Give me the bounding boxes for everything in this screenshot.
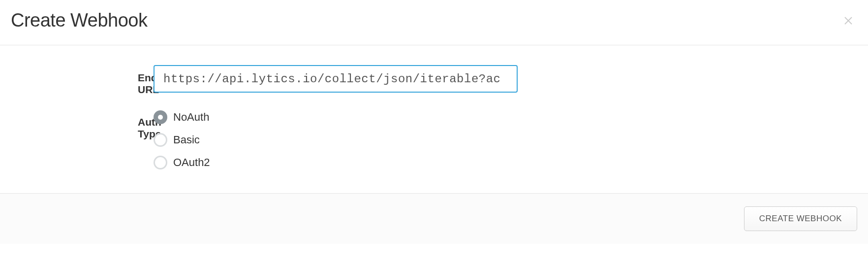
close-button[interactable] (839, 12, 857, 30)
radio-label: NoAuth (173, 111, 209, 124)
endpoint-url-row: Endpoint URL (11, 65, 857, 96)
close-icon (842, 15, 854, 27)
endpoint-url-input[interactable] (154, 65, 518, 93)
auth-type-row: Auth Type NoAuth Basic OAuth2 (11, 109, 857, 169)
radio-icon (154, 133, 167, 147)
modal-header: Create Webhook (0, 0, 868, 45)
create-webhook-modal: Create Webhook Endpoint URL Auth Type No… (0, 0, 868, 244)
auth-type-label: Auth Type (11, 109, 144, 140)
create-webhook-button[interactable]: CREATE WEBHOOK (744, 206, 857, 231)
radio-label: Basic (173, 134, 200, 146)
auth-type-radio-oauth2[interactable]: OAuth2 (154, 156, 210, 169)
modal-title: Create Webhook (11, 10, 147, 31)
auth-type-radio-basic[interactable]: Basic (154, 133, 210, 147)
endpoint-url-control (144, 65, 518, 93)
modal-footer: CREATE WEBHOOK (0, 193, 868, 244)
auth-type-radio-group: NoAuth Basic OAuth2 (154, 109, 210, 169)
endpoint-url-label: Endpoint URL (11, 65, 144, 96)
auth-type-control: NoAuth Basic OAuth2 (144, 109, 210, 169)
radio-label: OAuth2 (173, 156, 210, 169)
auth-type-radio-noauth[interactable]: NoAuth (154, 110, 210, 124)
radio-icon (154, 156, 167, 169)
radio-icon (154, 110, 167, 124)
modal-body: Endpoint URL Auth Type NoAuth Basic (0, 45, 868, 193)
